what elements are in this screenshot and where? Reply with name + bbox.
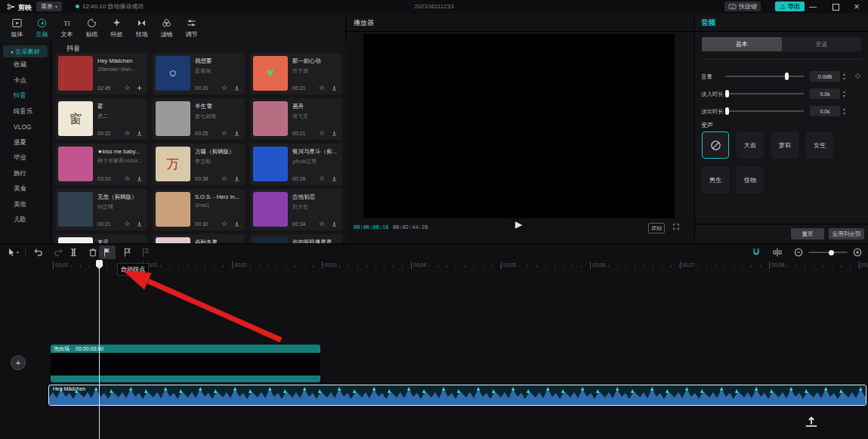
add-media-button[interactable]: + [11, 355, 26, 370]
download-icon[interactable] [331, 130, 338, 137]
music-card[interactable]: 吉他初恋 刘大壮 00:34 ☆ [250, 189, 342, 230]
zoom-in-icon[interactable] [852, 247, 863, 258]
download-icon[interactable] [331, 175, 338, 182]
download-icon[interactable] [136, 175, 143, 182]
download-icon[interactable] [331, 221, 338, 227]
apply-to-all-button[interactable]: 应用到全部 [829, 228, 864, 240]
snap-magnet-icon[interactable] [751, 247, 761, 258]
sidebar-item-收藏[interactable]: 收藏 [0, 57, 51, 73]
preview-axis-icon[interactable] [772, 247, 783, 258]
maximize-button[interactable] [828, 0, 843, 14]
sidebar-header-music-material[interactable]: ▾ 音乐素材 [3, 45, 48, 57]
menu-button[interactable]: 菜单 ▾ [36, 2, 62, 11]
select-tool-icon[interactable] [6, 247, 17, 258]
music-card[interactable]: 无恙（剪辑版） 钟正晴 00:21 ☆ [55, 189, 147, 230]
music-card[interactable]: ♥ 那一刻心动 任子墨 00:21 ☆ [250, 53, 342, 94]
voice-女生[interactable]: 女生 [806, 131, 833, 159]
favorite-star-icon[interactable]: ☆ [221, 130, 227, 137]
sidebar-item-纯音乐[interactable]: 纯音乐 [0, 104, 51, 120]
sidebar-item-卡点[interactable]: 卡点 [0, 73, 51, 89]
manual-beat-icon[interactable] [122, 247, 133, 258]
favorite-star-icon[interactable]: ☆ [319, 130, 325, 137]
redo-icon[interactable] [53, 247, 63, 258]
voice-大叔[interactable]: 大叔 [737, 131, 764, 159]
voice-男生[interactable]: 男生 [702, 166, 729, 193]
voice-萝莉[interactable]: 萝莉 [771, 131, 798, 159]
download-icon[interactable] [136, 130, 143, 137]
favorite-star-icon[interactable]: ☆ [221, 221, 227, 227]
add-icon[interactable] [136, 85, 143, 91]
sidebar-item-儿歌[interactable]: 儿歌 [0, 212, 51, 228]
undo-icon[interactable] [33, 247, 44, 258]
shortcuts-button[interactable]: 快捷键 [724, 2, 761, 11]
slider-thumb[interactable] [725, 90, 729, 97]
fade-out-slider[interactable] [725, 110, 804, 112]
music-card[interactable]: S.O.S. - Herz in... 3mal1 00:30 ☆ [153, 189, 245, 230]
download-icon[interactable] [233, 221, 240, 227]
favorite-star-icon[interactable]: ☆ [221, 175, 227, 182]
fade-in-stepper[interactable]: ▴▾ [843, 89, 845, 98]
sidebar-item-毕业[interactable]: 毕业 [0, 150, 51, 166]
topnav-audio[interactable]: 音频 [29, 14, 54, 42]
download-icon[interactable] [233, 175, 240, 182]
favorite-star-icon[interactable]: ☆ [319, 175, 325, 182]
slider-thumb[interactable] [725, 107, 729, 115]
topnav-effects[interactable]: 特效 [104, 14, 129, 42]
music-card[interactable]: ○ 我想要 蓝君尧 00:20 ☆ [153, 53, 245, 94]
close-button[interactable]: × [849, 0, 864, 14]
music-card[interactable]: 万 万疆（剪辑版） 李玉刚 00:38 ☆ [153, 144, 245, 185]
ratio-dropdown[interactable]: 原始 [648, 223, 665, 233]
voice-怪物[interactable]: 怪物 [737, 166, 764, 193]
fade-in-value[interactable]: 0.0s [810, 88, 840, 99]
volume-slider[interactable] [725, 76, 804, 77]
download-icon[interactable] [136, 221, 143, 227]
topnav-media[interactable]: 媒体 [5, 14, 29, 42]
download-icon[interactable] [331, 85, 338, 91]
zoom-out-icon[interactable] [793, 247, 804, 258]
download-icon[interactable] [233, 85, 240, 91]
tool-dropdown-caret-icon[interactable]: ▾ [17, 249, 19, 255]
minimize-button[interactable]: — [805, 0, 820, 14]
sidebar-item-美食[interactable]: 美食 [0, 181, 51, 197]
zoom-slider[interactable] [808, 252, 848, 253]
voice-none[interactable] [702, 131, 729, 159]
music-card[interactable]: 春秋冬夏 ☆ [153, 234, 245, 243]
download-icon[interactable] [233, 130, 240, 137]
play-button[interactable]: ▶ [515, 220, 522, 229]
delete-beat-icon[interactable] [141, 247, 151, 258]
favorite-star-icon[interactable]: ☆ [319, 221, 325, 227]
music-card[interactable]: Hey Mädchen Zillertaler Man... 02:45 ☆ [55, 53, 147, 94]
sidebar-item-VLOG[interactable]: VLOG [0, 119, 51, 135]
music-card[interactable]: ★kiss me baby... 椅子不够高/victor... 03:10 ☆ [55, 144, 147, 185]
fade-out-stepper[interactable]: ▴▾ [843, 107, 845, 116]
playhead-line[interactable] [99, 261, 100, 439]
music-card[interactable]: 半生雪 是七叔呢 00:25 ☆ [153, 98, 245, 140]
favorite-star-icon[interactable]: ☆ [221, 85, 227, 91]
sidebar-item-旅行[interactable]: 旅行 [0, 166, 51, 182]
tab-speed[interactable]: 变速 [782, 37, 862, 51]
export-button[interactable]: 导出 [775, 2, 805, 11]
favorite-star-icon[interactable]: ☆ [124, 85, 130, 91]
topnav-sticker[interactable]: 贴纸 [79, 14, 104, 42]
music-card[interactable]: 你的眼睛像星星 ☆ [250, 234, 342, 243]
favorite-star-icon[interactable]: ☆ [124, 130, 130, 137]
delete-icon[interactable] [88, 247, 98, 258]
zoom-slider-thumb[interactable] [829, 250, 834, 255]
music-card[interactable]: 画舟 张飞文 00:21 ☆ [250, 98, 342, 140]
keyframe-diamond-icon[interactable]: ◇ [855, 73, 860, 79]
tab-basic[interactable]: 基本 [702, 37, 782, 51]
sidebar-item-抖音[interactable]: 抖音 [0, 88, 51, 104]
favorite-star-icon[interactable]: ☆ [124, 175, 130, 182]
favorite-star-icon[interactable]: ☆ [124, 221, 130, 227]
music-card[interactable]: 窗 窗 虎二 00:22 ☆ [55, 98, 147, 140]
fade-in-slider[interactable] [725, 93, 804, 94]
topnav-text[interactable]: TI 文本 [54, 14, 79, 42]
split-icon[interactable]: ][ [71, 247, 76, 258]
favorite-star-icon[interactable]: ☆ [319, 85, 325, 91]
sidebar-item-盛夏[interactable]: 盛夏 [0, 135, 51, 151]
topnav-transition[interactable]: 转场 [129, 14, 154, 42]
music-card[interactable]: 银河与星斗（剪... yihuik苡慧 00:26 ☆ [250, 144, 342, 185]
volume-stepper[interactable]: ▴▾ [843, 72, 845, 81]
reset-button[interactable]: 重置 [791, 228, 824, 240]
audio-track-clip[interactable]: Hey Mädchen [48, 385, 866, 406]
